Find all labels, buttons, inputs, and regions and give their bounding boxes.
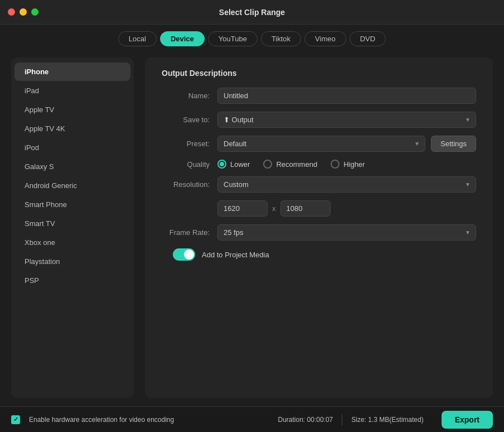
name-input[interactable] xyxy=(217,88,476,104)
size-info: Size: 1.3 MB(Estimated) xyxy=(351,416,423,424)
higher-radio[interactable] xyxy=(331,160,340,169)
close-button[interactable] xyxy=(8,8,15,16)
tab-youtube[interactable]: YouTube xyxy=(208,31,258,46)
size-value: 1.3 MB(Estimated) xyxy=(368,416,423,424)
sidebar-item-ipad[interactable]: iPad xyxy=(14,81,130,100)
sidebar-item-iphone[interactable]: iPhone xyxy=(14,63,130,81)
sidebar-item-playstation[interactable]: Playstation xyxy=(14,252,130,271)
frame-rate-row: Frame Rate: 25 fps ▼ xyxy=(162,224,476,241)
preset-select[interactable]: Default xyxy=(217,136,425,152)
recommend-label: Recommend xyxy=(276,160,317,169)
resolution-width-input[interactable] xyxy=(217,200,268,217)
save-to-label: Save to: xyxy=(162,116,217,124)
maximize-button[interactable] xyxy=(31,8,38,16)
hw-label: Enable hardware acceleration for video e… xyxy=(29,416,269,424)
minimize-button[interactable] xyxy=(20,8,27,16)
frame-rate-label: Frame Rate: xyxy=(162,228,217,237)
duration-prefix: Duration: 00:00:07 xyxy=(278,416,333,424)
sidebar: iPhone iPad Apple TV Apple TV 4K iPod Ga… xyxy=(11,57,134,398)
sidebar-item-ipod[interactable]: iPod xyxy=(14,138,130,157)
preset-control: Default ▼ Settings xyxy=(217,136,476,152)
output-panel: Output Descriptions Name: Save to: ⬆ Out… xyxy=(145,57,493,398)
recommend-radio[interactable] xyxy=(263,160,272,169)
tab-tiktok[interactable]: Tiktok xyxy=(261,31,301,46)
name-label: Name: xyxy=(162,92,217,100)
preset-label: Preset: xyxy=(162,140,217,148)
resolution-inputs-row: x xyxy=(162,200,476,217)
sidebar-item-apple-tv[interactable]: Apple TV xyxy=(14,100,130,119)
frame-rate-control: 25 fps ▼ xyxy=(217,224,476,241)
resolution-label: Resolution: xyxy=(162,180,217,189)
frame-rate-select-wrapper: 25 fps ▼ xyxy=(217,224,476,241)
quality-options: Lower Recommend Higher xyxy=(217,160,476,169)
sidebar-item-smart-tv[interactable]: Smart TV xyxy=(14,214,130,233)
quality-lower-option[interactable]: Lower xyxy=(217,160,250,169)
window-controls xyxy=(8,8,38,16)
sidebar-item-psp[interactable]: PSP xyxy=(14,271,130,290)
bottom-bar: Enable hardware acceleration for video e… xyxy=(0,406,504,432)
toggle-row: Add to Project Media xyxy=(162,248,476,261)
preset-select-wrapper: Default ▼ xyxy=(217,136,425,152)
tab-vimeo[interactable]: Vimeo xyxy=(304,31,346,46)
quality-higher-option[interactable]: Higher xyxy=(331,160,365,169)
resolution-select-wrapper: Custom ▼ xyxy=(217,176,476,193)
resolution-height-input[interactable] xyxy=(280,200,331,217)
resolution-control: Custom ▼ xyxy=(217,176,476,193)
quality-row: Quality Lower Recommend Higher xyxy=(162,160,476,169)
main-content: iPhone iPad Apple TV Apple TV 4K iPod Ga… xyxy=(0,52,504,404)
add-to-project-toggle[interactable] xyxy=(173,248,195,261)
duration-value: 00:00:07 xyxy=(307,416,333,424)
save-to-select[interactable]: ⬆ Output xyxy=(217,112,476,128)
save-to-select-wrapper: ⬆ Output ▼ xyxy=(217,112,476,128)
titlebar: Select Clip Range xyxy=(0,0,504,25)
window-title: Select Clip Range xyxy=(219,8,285,17)
resolution-size-inputs: x xyxy=(217,200,476,217)
resolution-size-control: x xyxy=(217,200,476,217)
tab-dvd[interactable]: DVD xyxy=(350,31,386,46)
lower-label: Lower xyxy=(230,160,250,169)
sidebar-item-galaxy-s[interactable]: Galaxy S xyxy=(14,157,130,176)
x-divider: x xyxy=(272,204,276,213)
save-to-row: Save to: ⬆ Output ▼ xyxy=(162,112,476,128)
lower-radio[interactable] xyxy=(217,160,226,169)
quality-label: Quality xyxy=(162,160,217,169)
sidebar-item-xbox-one[interactable]: Xbox one xyxy=(14,233,130,252)
name-row: Name: xyxy=(162,88,476,104)
frame-rate-select[interactable]: 25 fps xyxy=(217,224,476,241)
divider xyxy=(342,414,342,425)
save-to-control: ⬆ Output ▼ xyxy=(217,112,476,128)
tab-local[interactable]: Local xyxy=(118,31,157,46)
tab-device[interactable]: Device xyxy=(160,31,205,46)
sidebar-item-android-generic[interactable]: Android Generic xyxy=(14,176,130,195)
sidebar-item-smart-phone[interactable]: Smart Phone xyxy=(14,195,130,214)
sidebar-item-apple-tv-4k[interactable]: Apple TV 4K xyxy=(14,119,130,138)
name-control xyxy=(217,88,476,104)
hw-checkbox[interactable] xyxy=(11,415,20,424)
settings-button[interactable]: Settings xyxy=(431,136,476,152)
panel-title: Output Descriptions xyxy=(162,69,476,78)
export-button[interactable]: Export xyxy=(442,411,493,429)
quality-recommend-option[interactable]: Recommend xyxy=(263,160,317,169)
tabbar: Local Device YouTube Tiktok Vimeo DVD xyxy=(0,25,504,52)
toggle-label: Add to Project Media xyxy=(202,251,269,259)
resolution-select[interactable]: Custom xyxy=(217,176,476,193)
higher-label: Higher xyxy=(343,160,365,169)
resolution-row: Resolution: Custom ▼ xyxy=(162,176,476,193)
preset-row: Preset: Default ▼ Settings xyxy=(162,136,476,152)
